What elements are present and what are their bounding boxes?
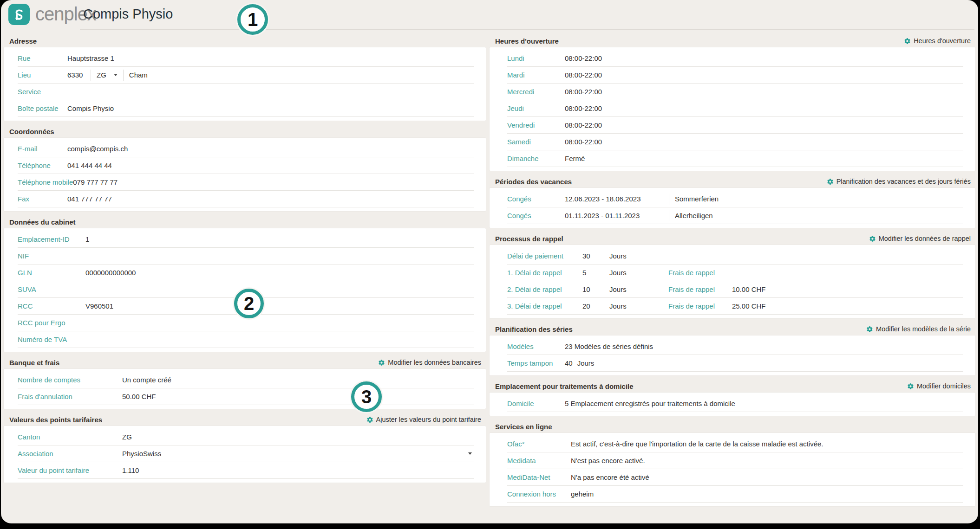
reminder-label: 2. Délai de rappel bbox=[507, 285, 582, 293]
gear-icon bbox=[827, 178, 834, 185]
service-label: MediData-Net bbox=[507, 473, 571, 481]
vacation-label: Congés bbox=[507, 195, 565, 203]
vacation-row: Congés 12.06.2023 - 18.06.2023 Sommerfer… bbox=[507, 191, 963, 207]
day-hours-value: 08:00-22:00 bbox=[565, 138, 602, 146]
boite-postale-input[interactable]: Compis Physio bbox=[67, 104, 114, 112]
day-label: Vendredi bbox=[507, 121, 565, 129]
section-title: Planification des séries bbox=[495, 325, 573, 333]
gear-icon bbox=[378, 359, 385, 366]
association-select[interactable]: PhysioSwiss bbox=[122, 450, 161, 458]
service-status-value: Est actif, c'est-à-dire que l'importatio… bbox=[571, 440, 823, 448]
day-label: Lundi bbox=[507, 54, 565, 62]
vacation-planning-button[interactable]: Planification des vacances et des jours … bbox=[827, 178, 971, 185]
connexion-password-input[interactable]: geheim bbox=[571, 490, 594, 498]
field-row-fax: Fax 041 777 77 77 bbox=[18, 191, 474, 207]
mobile-input[interactable]: 079 777 77 77 bbox=[73, 178, 118, 186]
field-row-nif: NIF bbox=[18, 248, 474, 264]
reminder-days-input[interactable]: 20 bbox=[582, 302, 609, 310]
gln-input[interactable]: 0000000000000 bbox=[85, 269, 136, 277]
field-label: Téléphone bbox=[18, 161, 67, 169]
day-row-vendredi: Vendredi 08:00-22:00 bbox=[507, 117, 963, 134]
tampon-input[interactable]: 40 bbox=[565, 359, 573, 367]
field-label: Numéro de TVA bbox=[18, 335, 85, 343]
caret-down-icon[interactable] bbox=[468, 452, 472, 455]
vacation-name-value[interactable]: Allerheiligen bbox=[675, 212, 713, 219]
modify-reminder-button[interactable]: Modifier les données de rappel bbox=[869, 235, 971, 242]
left-column: Adresse Rue Hauptstrasse 1 Lieu 6330 ZG … bbox=[4, 36, 486, 489]
vacation-range-value[interactable]: 12.06.2023 - 18.06.2023 bbox=[565, 195, 663, 203]
gear-icon bbox=[866, 326, 873, 333]
field-label: E-mail bbox=[18, 145, 67, 153]
point-tarifaire-input[interactable]: 1.110 bbox=[122, 466, 139, 474]
section-services: Services en ligne Ofac* Est actif, c'est… bbox=[490, 422, 975, 506]
modeles-value: 23 Modèles de séries définis bbox=[565, 342, 653, 350]
zip-input[interactable]: 6330 bbox=[67, 71, 85, 79]
reminder-days-input[interactable]: 30 bbox=[582, 252, 609, 260]
divider bbox=[91, 70, 91, 81]
service-label: Connexion hors bbox=[507, 490, 571, 498]
field-label: SUVA bbox=[18, 285, 85, 293]
section-vacances: Périodes des vacances Planification des … bbox=[490, 177, 975, 228]
annotation-circle-1: 1 bbox=[237, 4, 268, 35]
app-header: cenplex Compis Physio bbox=[1, 0, 978, 30]
city-input[interactable]: Cham bbox=[129, 71, 148, 79]
modify-domiciles-button[interactable]: Modifier domiciles bbox=[907, 382, 971, 390]
reminder-unit: Jours bbox=[609, 269, 668, 277]
vacation-name-value[interactable]: Sommerferien bbox=[675, 195, 719, 203]
day-hours-value: 08:00-22:00 bbox=[565, 71, 602, 79]
field-label: RCC pour Ergo bbox=[18, 319, 85, 327]
app-window: cenplex Compis Physio Adresse Rue Haupts… bbox=[1, 0, 978, 523]
fax-input[interactable]: 041 777 77 77 bbox=[67, 195, 112, 203]
field-row-tva: Numéro de TVA bbox=[18, 331, 474, 348]
day-row-jeudi: Jeudi 08:00-22:00 bbox=[507, 100, 963, 117]
day-row-lundi: Lundi 08:00-22:00 bbox=[507, 50, 963, 67]
field-row-modeles: Modèles 23 Modèles de séries définis bbox=[507, 338, 963, 355]
reminder-days-input[interactable]: 5 bbox=[582, 269, 609, 277]
field-label: Boîte postale bbox=[18, 104, 67, 112]
rue-input[interactable]: Hauptstrasse 1 bbox=[67, 54, 114, 62]
service-row-medidata-net: MediData-Net N'a pas encore été activé bbox=[507, 469, 963, 486]
reminder-fee-input[interactable]: 25.00 CHF bbox=[732, 302, 766, 310]
day-label: Dimanche bbox=[507, 155, 565, 162]
service-row-ofac: Ofac* Est actif, c'est-à-dire que l'impo… bbox=[507, 436, 963, 452]
modify-bank-data-button[interactable]: Modifier les données bancaires bbox=[378, 359, 481, 366]
vacation-row: Congés 01.11.2023 - 01.11.2023 Allerheil… bbox=[507, 207, 963, 224]
reminder-label: Délai de paiement bbox=[507, 252, 582, 260]
service-label: Medidata bbox=[507, 457, 571, 464]
section-title: Banque et frais bbox=[9, 359, 59, 367]
canton-select[interactable]: ZG bbox=[97, 71, 106, 79]
frais-annulation-input[interactable]: 50.00 CHF bbox=[122, 393, 156, 400]
section-title: Heures d'ouverture bbox=[495, 37, 559, 45]
day-row-mardi: Mardi 08:00-22:00 bbox=[507, 67, 963, 84]
section-title: Périodes des vacances bbox=[495, 178, 572, 186]
comptes-value: Un compte créé bbox=[122, 376, 171, 384]
caret-down-icon[interactable] bbox=[114, 74, 118, 76]
gear-icon bbox=[904, 38, 911, 45]
email-input[interactable]: compis@compis.ch bbox=[67, 145, 128, 153]
annotation-number: 2 bbox=[244, 293, 254, 314]
field-label: Fax bbox=[18, 195, 67, 203]
gear-icon bbox=[869, 235, 876, 242]
day-label: Jeudi bbox=[507, 104, 565, 112]
adjust-tariff-button[interactable]: Ajuster les valeurs du point tarifaire bbox=[366, 416, 481, 423]
field-row-emplacement-id: Emplacement-ID 1 bbox=[18, 231, 474, 248]
annotation-circle-3: 3 bbox=[351, 381, 382, 412]
field-row-rue: Rue Hauptstrasse 1 bbox=[18, 50, 474, 67]
section-domicile: Emplacement pour traitements à domicile … bbox=[490, 381, 975, 416]
reminder-fee-input[interactable]: 10.00 CHF bbox=[732, 285, 766, 293]
section-title: Emplacement pour traitements à domicile bbox=[495, 382, 634, 390]
emplacement-id-value: 1 bbox=[85, 235, 89, 243]
reminder-days-input[interactable]: 10 bbox=[582, 285, 609, 293]
section-donnees-cabinet: Données du cabinet Emplacement-ID 1 NIF … bbox=[4, 217, 486, 352]
reminder-label: 1. Délai de rappel bbox=[507, 269, 582, 277]
day-hours-value: 08:00-22:00 bbox=[565, 104, 602, 112]
rcc-input[interactable]: V960501 bbox=[85, 302, 113, 310]
telephone-input[interactable]: 041 444 44 44 bbox=[67, 161, 112, 169]
field-label: Service bbox=[18, 88, 67, 96]
section-title: Données du cabinet bbox=[9, 218, 76, 226]
modify-series-templates-button[interactable]: Modifier les modèles de la série bbox=[866, 325, 971, 333]
vacation-range-value[interactable]: 01.11.2023 - 01.11.2023 bbox=[565, 212, 663, 219]
reminder-row-paiement: Délai de paiement 30 Jours bbox=[507, 248, 963, 264]
opening-hours-button[interactable]: Heures d'ouverture bbox=[904, 37, 971, 45]
page-title: Compis Physio bbox=[83, 6, 173, 22]
